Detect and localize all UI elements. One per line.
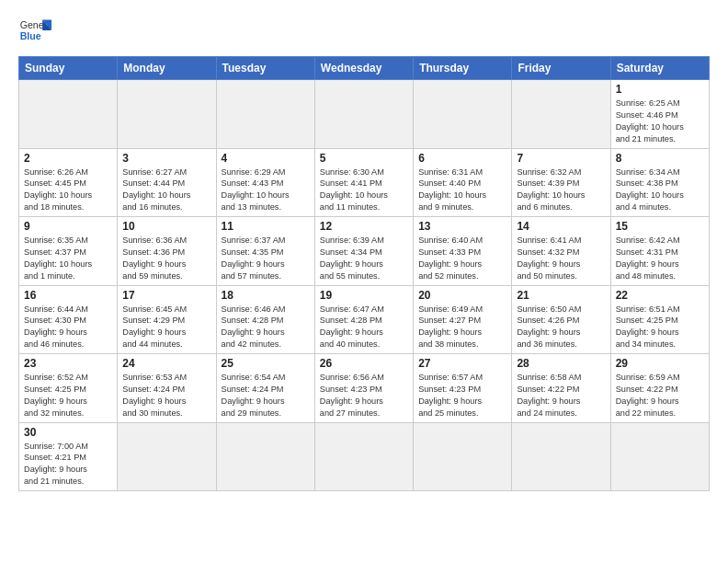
empty-day (314, 80, 413, 149)
calendar-table: Sunday Monday Tuesday Wednesday Thursday… (18, 56, 710, 491)
day-6: 6Sunrise: 6:31 AM Sunset: 4:40 PM Daylig… (414, 148, 512, 217)
day-19: 19Sunrise: 6:47 AM Sunset: 4:28 PM Dayli… (314, 285, 413, 354)
svg-text:Blue: Blue (20, 30, 41, 41)
day-info: Sunrise: 6:44 AM Sunset: 4:30 PM Dayligh… (24, 304, 112, 351)
day-info: Sunrise: 6:41 AM Sunset: 4:32 PM Dayligh… (517, 235, 605, 282)
day-number: 3 (122, 152, 210, 165)
day-25: 25Sunrise: 6:54 AM Sunset: 4:24 PM Dayli… (216, 354, 314, 423)
day-info: Sunrise: 6:30 AM Sunset: 4:41 PM Dayligh… (320, 167, 408, 214)
empty-day (512, 422, 610, 491)
day-3: 3Sunrise: 6:27 AM Sunset: 4:44 PM Daylig… (118, 148, 216, 217)
day-info: Sunrise: 6:37 AM Sunset: 4:35 PM Dayligh… (222, 235, 310, 282)
empty-day (314, 422, 413, 491)
day-9: 9Sunrise: 6:35 AM Sunset: 4:37 PM Daylig… (19, 217, 118, 286)
empty-day (610, 422, 709, 491)
day-number: 21 (517, 289, 605, 302)
day-22: 22Sunrise: 6:51 AM Sunset: 4:25 PM Dayli… (610, 285, 709, 354)
day-info: Sunrise: 6:51 AM Sunset: 4:25 PM Dayligh… (616, 304, 704, 351)
day-number: 30 (24, 426, 112, 439)
week-row-6: 30Sunrise: 7:00 AM Sunset: 4:21 PM Dayli… (19, 422, 710, 491)
day-info: Sunrise: 6:40 AM Sunset: 4:33 PM Dayligh… (418, 235, 506, 282)
day-number: 23 (24, 357, 112, 370)
day-16: 16Sunrise: 6:44 AM Sunset: 4:30 PM Dayli… (19, 285, 118, 354)
day-number: 9 (24, 220, 112, 233)
day-number: 26 (320, 357, 408, 370)
empty-day (512, 80, 610, 149)
day-number: 11 (222, 220, 310, 233)
day-info: Sunrise: 6:46 AM Sunset: 4:28 PM Dayligh… (222, 304, 310, 351)
day-15: 15Sunrise: 6:42 AM Sunset: 4:31 PM Dayli… (610, 217, 709, 286)
day-number: 16 (24, 289, 112, 302)
day-number: 20 (418, 289, 506, 302)
day-info: Sunrise: 6:52 AM Sunset: 4:25 PM Dayligh… (24, 372, 112, 419)
day-8: 8Sunrise: 6:34 AM Sunset: 4:38 PM Daylig… (610, 148, 709, 217)
day-info: Sunrise: 6:54 AM Sunset: 4:24 PM Dayligh… (222, 372, 310, 419)
header-saturday: Saturday (610, 57, 709, 80)
day-info: Sunrise: 6:58 AM Sunset: 4:22 PM Dayligh… (517, 372, 605, 419)
empty-day (118, 422, 216, 491)
header-monday: Monday (118, 57, 216, 80)
day-info: Sunrise: 6:26 AM Sunset: 4:45 PM Dayligh… (24, 167, 112, 214)
day-info: Sunrise: 6:47 AM Sunset: 4:28 PM Dayligh… (320, 304, 408, 351)
day-4: 4Sunrise: 6:29 AM Sunset: 4:43 PM Daylig… (216, 148, 314, 217)
header: General Blue (18, 14, 710, 47)
day-number: 7 (517, 152, 605, 165)
day-info: Sunrise: 6:31 AM Sunset: 4:40 PM Dayligh… (418, 167, 506, 214)
day-number: 28 (517, 357, 605, 370)
day-number: 19 (320, 289, 408, 302)
day-number: 14 (517, 220, 605, 233)
day-number: 1 (616, 83, 704, 96)
day-number: 13 (418, 220, 506, 233)
week-row-4: 16Sunrise: 6:44 AM Sunset: 4:30 PM Dayli… (19, 285, 710, 354)
day-number: 24 (122, 357, 210, 370)
logo: General Blue (18, 14, 51, 47)
day-27: 27Sunrise: 6:57 AM Sunset: 4:23 PM Dayli… (414, 354, 512, 423)
day-21: 21Sunrise: 6:50 AM Sunset: 4:26 PM Dayli… (512, 285, 610, 354)
day-info: Sunrise: 6:59 AM Sunset: 4:22 PM Dayligh… (616, 372, 704, 419)
empty-day (216, 422, 314, 491)
day-17: 17Sunrise: 6:45 AM Sunset: 4:29 PM Dayli… (118, 285, 216, 354)
day-number: 4 (222, 152, 310, 165)
day-info: Sunrise: 6:53 AM Sunset: 4:24 PM Dayligh… (122, 372, 210, 419)
weekday-header-row: Sunday Monday Tuesday Wednesday Thursday… (19, 57, 710, 80)
day-info: Sunrise: 6:42 AM Sunset: 4:31 PM Dayligh… (616, 235, 704, 282)
day-13: 13Sunrise: 6:40 AM Sunset: 4:33 PM Dayli… (414, 217, 512, 286)
week-row-5: 23Sunrise: 6:52 AM Sunset: 4:25 PM Dayli… (19, 354, 710, 423)
day-number: 15 (616, 220, 704, 233)
day-number: 6 (418, 152, 506, 165)
day-info: Sunrise: 6:27 AM Sunset: 4:44 PM Dayligh… (122, 167, 210, 214)
day-28: 28Sunrise: 6:58 AM Sunset: 4:22 PM Dayli… (512, 354, 610, 423)
day-11: 11Sunrise: 6:37 AM Sunset: 4:35 PM Dayli… (216, 217, 314, 286)
day-7: 7Sunrise: 6:32 AM Sunset: 4:39 PM Daylig… (512, 148, 610, 217)
day-info: Sunrise: 6:56 AM Sunset: 4:23 PM Dayligh… (320, 372, 408, 419)
day-24: 24Sunrise: 6:53 AM Sunset: 4:24 PM Dayli… (118, 354, 216, 423)
day-1: 1Sunrise: 6:25 AM Sunset: 4:46 PM Daylig… (610, 80, 709, 149)
generalblue-icon: General Blue (18, 14, 51, 47)
day-info: Sunrise: 6:49 AM Sunset: 4:27 PM Dayligh… (418, 304, 506, 351)
day-info: Sunrise: 6:32 AM Sunset: 4:39 PM Dayligh… (517, 167, 605, 214)
day-info: Sunrise: 6:36 AM Sunset: 4:36 PM Dayligh… (122, 235, 210, 282)
day-info: Sunrise: 6:35 AM Sunset: 4:37 PM Dayligh… (24, 235, 112, 282)
day-number: 27 (418, 357, 506, 370)
day-number: 10 (122, 220, 210, 233)
day-20: 20Sunrise: 6:49 AM Sunset: 4:27 PM Dayli… (414, 285, 512, 354)
day-18: 18Sunrise: 6:46 AM Sunset: 4:28 PM Dayli… (216, 285, 314, 354)
day-23: 23Sunrise: 6:52 AM Sunset: 4:25 PM Dayli… (19, 354, 118, 423)
day-12: 12Sunrise: 6:39 AM Sunset: 4:34 PM Dayli… (314, 217, 413, 286)
header-thursday: Thursday (414, 57, 512, 80)
day-number: 8 (616, 152, 704, 165)
header-sunday: Sunday (19, 57, 118, 80)
day-2: 2Sunrise: 6:26 AM Sunset: 4:45 PM Daylig… (19, 148, 118, 217)
day-info: Sunrise: 6:29 AM Sunset: 4:43 PM Dayligh… (222, 167, 310, 214)
day-number: 18 (222, 289, 310, 302)
week-row-1: 1Sunrise: 6:25 AM Sunset: 4:46 PM Daylig… (19, 80, 710, 149)
page: General Blue Sunday Monday Tuesday Wedne… (0, 0, 728, 563)
week-row-3: 9Sunrise: 6:35 AM Sunset: 4:37 PM Daylig… (19, 217, 710, 286)
header-friday: Friday (512, 57, 610, 80)
day-10: 10Sunrise: 6:36 AM Sunset: 4:36 PM Dayli… (118, 217, 216, 286)
day-29: 29Sunrise: 6:59 AM Sunset: 4:22 PM Dayli… (610, 354, 709, 423)
day-number: 17 (122, 289, 210, 302)
day-info: Sunrise: 6:34 AM Sunset: 4:38 PM Dayligh… (616, 167, 704, 214)
day-info: Sunrise: 6:50 AM Sunset: 4:26 PM Dayligh… (517, 304, 605, 351)
day-number: 2 (24, 152, 112, 165)
